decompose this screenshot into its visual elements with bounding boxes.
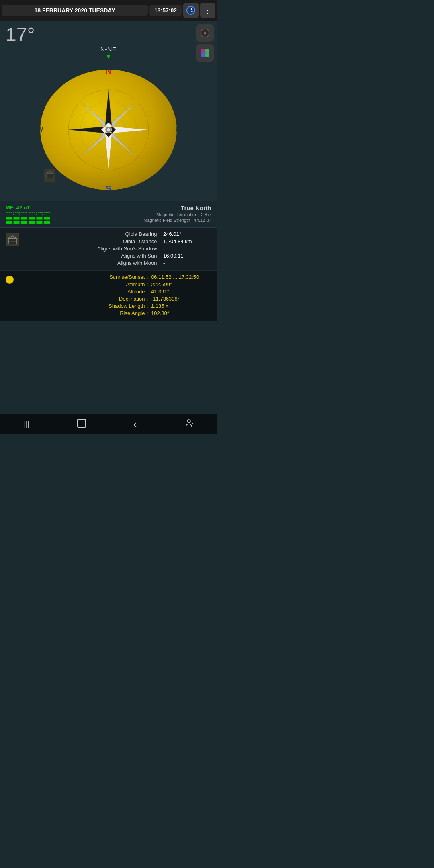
clock-icon	[186, 6, 195, 15]
svg-marker-29	[113, 127, 148, 133]
qibla-bearing-row: Qibla Bearing : 246.01°	[23, 231, 211, 237]
azimuth-label: Azimuth	[18, 281, 147, 287]
cardinal-S: S	[106, 184, 112, 190]
sunrise-row: Sunrise/Sunset : 06:11:52 ... 17:32:50	[18, 274, 211, 280]
qibla-icon	[6, 233, 19, 246]
rise-angle-value: 102.80°	[151, 310, 211, 316]
qibla-sun-label: Aligns with Sun	[23, 253, 159, 259]
mf-bar	[29, 212, 35, 215]
mf-bar	[21, 217, 27, 220]
svg-line-39	[192, 423, 193, 424]
svg-marker-19	[82, 103, 106, 128]
cardinal-SE: SE	[161, 176, 170, 183]
svg-marker-22	[111, 132, 135, 157]
svg-point-38	[187, 420, 190, 423]
svg-marker-36	[8, 236, 16, 238]
app-header: 18 FEBRUARY 2020 TUESDAY 13:57:02 ⋮	[0, 0, 217, 21]
nav-back-icon: ‹	[133, 418, 137, 430]
cardinal-NW: NW	[47, 77, 58, 84]
compass-icon: N	[200, 28, 210, 38]
nav-person-icon	[184, 419, 193, 428]
declination-row: Declination : -11.736398°	[18, 296, 211, 302]
qibla-moon-value: -	[163, 260, 211, 266]
clock-button[interactable]	[183, 3, 199, 18]
cardinal-NE: NE	[161, 77, 170, 84]
qibla-shadow-value: -	[163, 246, 211, 252]
altitude-label: Altitude	[18, 289, 147, 295]
qibla-sun-value: 16:00:11	[163, 253, 211, 259]
mf-left: MF: 42 uT	[6, 205, 50, 224]
compass-circle: N NE E SE S SW W NW	[40, 70, 177, 190]
mf-bar-row-1	[6, 212, 50, 215]
layers-button[interactable]	[196, 44, 214, 62]
layers-icon	[199, 47, 211, 59]
sun-section: Sunrise/Sunset : 06:11:52 ... 17:32:50 A…	[0, 270, 217, 321]
top-icons-container: N	[196, 24, 214, 62]
nav-person-button[interactable]	[176, 416, 201, 433]
svg-rect-9	[205, 49, 209, 53]
declination-info: Magnetic Declination : 2.87°	[143, 212, 211, 217]
mf-bar-row-2	[6, 217, 50, 220]
mf-bar	[29, 221, 35, 224]
altitude-value: 41.391°	[151, 289, 211, 295]
svg-marker-34	[47, 171, 53, 173]
sun-data: Sunrise/Sunset : 06:11:52 ... 17:32:50 A…	[18, 274, 211, 317]
svg-marker-27	[69, 127, 104, 133]
nav-menu-icon: |||	[24, 420, 29, 428]
cardinal-W: W	[40, 126, 43, 133]
top-section: 17° N	[0, 21, 217, 44]
nav-bar: ||| ‹	[0, 414, 217, 434]
dots-icon: ⋮	[204, 6, 211, 15]
qibla-distance-label: Qibla Distance	[23, 238, 159, 244]
mf-label: MF: 42 uT	[6, 205, 50, 211]
svg-marker-20	[111, 103, 135, 128]
shadow-value: 1.135 x	[151, 303, 211, 309]
mf-section: MF: 42 uT	[0, 201, 217, 227]
compass-rose-svg	[64, 86, 153, 174]
compass-button[interactable]: N	[196, 24, 214, 42]
field-strength-info: Magnetic Field Strength : 44.12 uT	[143, 218, 211, 223]
azimuth-row: Azimuth : 222.599°	[18, 281, 211, 287]
time-display: 13:57:02	[149, 5, 182, 16]
compass-section: N-NE ▼ N NE E SE S SW W NW	[0, 44, 217, 201]
qibla-moon-row: Aligns with Moon : -	[23, 260, 211, 266]
cardinal-E: E	[176, 126, 177, 133]
declination-label: Declination	[18, 296, 147, 302]
kaaba-icon	[6, 233, 18, 246]
mf-bar	[36, 221, 43, 224]
mf-bar	[44, 217, 50, 220]
nav-back-button[interactable]: ‹	[125, 415, 145, 434]
sunrise-label: Sunrise/Sunset	[18, 274, 147, 280]
svg-marker-23	[105, 90, 112, 126]
true-north-label: True North	[143, 205, 211, 211]
mf-bar	[13, 217, 20, 220]
altitude-row: Altitude : 41.391°	[18, 289, 211, 295]
qibla-distance-row: Qibla Distance : 1,204.84 km	[23, 238, 211, 244]
qibla-data: Qibla Bearing : 246.01° Qibla Distance :…	[23, 231, 211, 267]
nav-home-icon	[77, 419, 86, 428]
shadow-row: Shadow Length : 1.135 x	[18, 303, 211, 309]
direction-arrow: ▼	[106, 53, 111, 60]
date-display: 18 FEBRUARY 2020 TUESDAY	[2, 5, 148, 16]
declination-value: -11.736398°	[151, 296, 211, 302]
mf-bar	[13, 221, 20, 224]
nav-menu-button[interactable]: |||	[16, 417, 37, 432]
compass-container: N NE E SE S SW W NW	[36, 61, 181, 198]
kaaba-small-icon	[45, 170, 55, 180]
rise-angle-label: Rise Angle	[18, 310, 147, 316]
svg-rect-8	[201, 49, 205, 53]
menu-button[interactable]: ⋮	[200, 3, 215, 18]
qibla-sun-row: Aligns with Sun : 16:00:11	[23, 253, 211, 259]
mf-bar	[13, 212, 20, 215]
qibla-moon-label: Aligns with Moon	[23, 260, 159, 266]
nav-home-button[interactable]	[69, 416, 94, 433]
kaaba-overlay	[44, 169, 55, 182]
svg-marker-21	[82, 132, 106, 157]
qibla-distance-value: 1,204.84 km	[163, 238, 211, 244]
direction-label: N-NE	[100, 46, 117, 53]
mf-bar	[44, 221, 50, 224]
mf-right: True North Magnetic Declination : 2.87° …	[143, 205, 211, 223]
svg-rect-10	[201, 53, 205, 57]
rise-angle-row: Rise Angle : 102.80°	[18, 310, 211, 316]
mf-bar	[29, 217, 35, 220]
